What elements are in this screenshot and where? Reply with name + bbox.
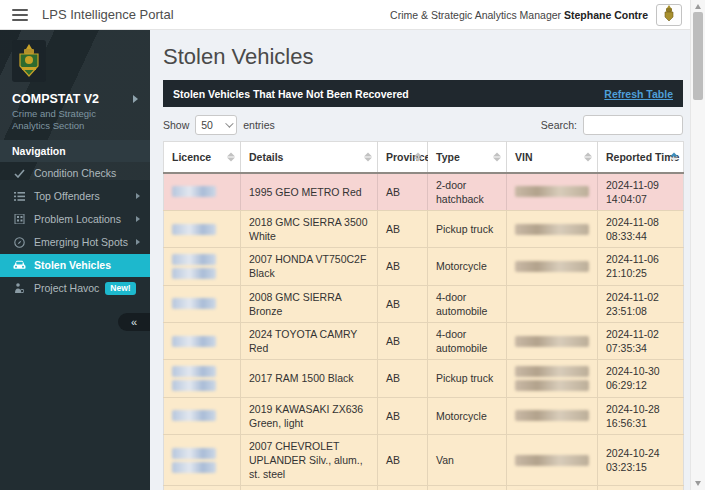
reported-time-cell: 2024-11-09 14:04:07 [598,173,684,211]
redacted-vin [515,380,589,391]
app-title: LPS Intelligence Portal [42,7,174,22]
nav-list: Condition Checks Top Offenders Proble [0,162,150,300]
compass-icon [12,237,26,248]
table-row[interactable]: 2008 GMC SIERRA Bronze AB 4-door automob… [164,285,684,322]
column-header-type[interactable]: Type [428,142,507,173]
reported-time-cell: 2024-11-08 08:33:44 [598,210,684,247]
sort-icon [493,152,501,161]
reported-time-cell: 2024-11-02 07:35:34 [598,322,684,359]
table-row[interactable]: 2007 HONDA VT750C2F Black AB Motorcycle … [164,248,684,285]
licence-cell [164,360,241,397]
brand-title[interactable]: COMPSTAT V2 [12,92,99,106]
table-row[interactable]: 2007 CHEVROLET UPLANDER Silv., alum., st… [164,434,684,486]
details-cell: 2017 RAM 1500 Black [241,360,378,397]
column-header-reported-time[interactable]: Reported Time [598,142,684,173]
sidebar-brand: COMPSTAT V2 Crime and Strategic Analytic… [0,30,150,140]
sidebar-item-top-offenders[interactable]: Top Offenders [0,185,150,208]
app-window: LPS Intelligence Portal Crime & Strategi… [0,0,705,490]
reported-time: 21:10:25 [606,266,675,280]
details-cell: 1995 GEO METRO Red [241,173,378,211]
province-cell: AB [378,322,428,359]
redacted-licence [172,448,216,459]
scroll-up-icon[interactable] [695,4,701,9]
chevron-right-icon [136,216,140,222]
sidebar-item-condition-checks[interactable]: Condition Checks [0,162,150,185]
redacted-licence [172,268,216,279]
reported-date: 2024-11-09 [606,178,675,192]
reported-time: 03:23:15 [606,460,675,474]
table-row[interactable]: 2000 GMC YUKON Black AB Hist - SUV 2024-… [164,486,684,490]
table-row[interactable]: 2018 GMC SIERRA 3500 White AB Pickup tru… [164,210,684,247]
sidebar-collapse-button[interactable]: « [118,313,150,331]
licence-cell [164,434,241,486]
person-icon [12,283,26,294]
panel-header: Stolen Vehicles That Have Not Been Recov… [163,80,683,107]
province-cell: AB [378,210,428,247]
sidebar-item-problem-locations[interactable]: Problem Locations [0,208,150,231]
licence-cell [164,173,241,211]
sidebar-item-emerging-hot-spots[interactable]: Emerging Hot Spots [0,231,150,254]
crest-icon [663,5,675,25]
sort-icon [414,152,422,161]
reported-time: 23:51:08 [606,304,675,318]
details-cell: 2008 GMC SIERRA Bronze [241,285,378,322]
user-crest-button[interactable] [656,4,682,26]
redacted-vin [515,410,589,421]
details-cell: 2007 HONDA VT750C2F Black [241,248,378,285]
nav-label: Problem Locations [34,213,121,225]
column-header-licence[interactable]: Licence [164,142,241,173]
reported-time: 06:29:12 [606,378,675,392]
refresh-table-link[interactable]: Refresh Table [604,88,673,100]
table-row[interactable]: 1995 GEO METRO Red AB 2-door hatchback 2… [164,173,684,211]
type-cell: Hist - SUV [428,486,507,490]
show-label: Show [163,119,189,131]
type-cell: Pickup truck [428,360,507,397]
nav-label: Top Offenders [34,190,100,202]
check-icon [12,169,26,178]
sidebar-item-stolen-vehicles[interactable]: Stolen Vehicles [0,254,150,277]
column-header-vin[interactable]: VIN [507,142,598,173]
licence-cell [164,248,241,285]
reported-time: 08:33:44 [606,229,675,243]
page-size-value: 50 [201,119,213,131]
table-row[interactable]: 2024 TOYOTA CAMRY Red AB 4-door automobi… [164,322,684,359]
search-input[interactable] [583,115,683,135]
vin-cell [507,285,598,322]
type-cell: Motorcycle [428,397,507,434]
user-role: Crime & Strategic Analytics Manager [390,9,561,21]
page-size-select[interactable]: 50 [195,115,237,135]
menu-icon[interactable] [12,9,28,21]
vin-cell [507,248,598,285]
redacted-licence [172,366,216,377]
column-header-province[interactable]: Province [378,142,428,173]
reported-date: 2024-10-30 [606,364,675,378]
new-badge: New! [105,282,135,295]
vertical-scrollbar[interactable] [690,0,705,490]
user-info: Crime & Strategic Analytics Manager Step… [390,9,648,21]
redacted-licence [172,224,216,235]
sort-icon [364,152,372,161]
details-cell: 2007 CHEVROLET UPLANDER Silv., alum., st… [241,434,378,486]
sidebar-item-project-havoc[interactable]: Project Havoc New! [0,277,150,300]
list-icon [12,192,26,201]
table-row[interactable]: 2017 RAM 1500 Black AB Pickup truck 2024… [164,360,684,397]
scroll-down-icon[interactable] [695,481,701,486]
search-label: Search: [541,119,577,131]
type-cell: 4-door automobile [428,285,507,322]
brand-crest-icon [12,40,138,86]
column-header-details[interactable]: Details [241,142,378,173]
table-row[interactable]: 2019 KAWASAKI ZX636 Green, light AB Moto… [164,397,684,434]
vin-cell [507,434,598,486]
main-content: Stolen Vehicles Stolen Vehicles That Hav… [150,30,690,490]
chevron-right-icon [133,95,138,103]
car-icon [12,260,26,270]
scrollbar-thumb[interactable] [693,12,703,100]
reported-time-cell: 2024-10-24 03:23:15 [598,434,684,486]
type-cell: Van [428,434,507,486]
type-cell: Motorcycle [428,248,507,285]
nav-label: Stolen Vehicles [34,259,111,271]
redacted-vin [515,366,589,377]
reported-time-cell: 2024-10-28 16:56:31 [598,397,684,434]
nav-section-label: Navigation [0,140,150,162]
chevron-down-icon [225,119,233,127]
